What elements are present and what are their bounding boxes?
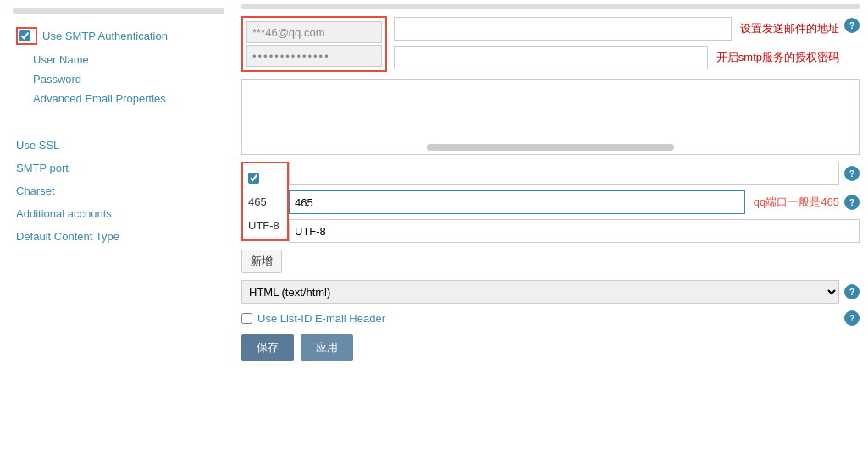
- sidebar-item-use-ssl[interactable]: Use SSL: [13, 134, 224, 157]
- save-button[interactable]: 保存: [241, 334, 294, 361]
- sidebar: Use SMTP Authentication User Name Passwo…: [0, 0, 237, 456]
- list-id-label[interactable]: Use List-ID E-mail Header: [257, 312, 385, 325]
- main-content: 设置发送邮件的地址 开启smtp服务的授权密码 ?: [237, 0, 868, 456]
- username-hint: 设置发送邮件的地址: [740, 21, 839, 36]
- password-full-input[interactable]: [394, 46, 708, 69]
- password-input[interactable]: [246, 45, 382, 67]
- ssl-input[interactable]: [289, 162, 839, 185]
- action-buttons: 保存 应用: [241, 334, 860, 361]
- password-hint: 开启smtp服务的授权密码: [716, 50, 839, 65]
- smtp-port-hint: qq端口一般是465: [754, 195, 839, 210]
- ssl-port-charset-inputs: ? qq端口一般是465 ?: [289, 162, 860, 243]
- sidebar-item-default-content-type[interactable]: Default Content Type: [13, 225, 224, 248]
- sidebar-item-username[interactable]: User Name: [30, 50, 224, 69]
- ssl-port-charset-section: 465 UTF-8 ? qq端口一般是465 ?: [241, 162, 860, 243]
- apply-button[interactable]: 应用: [301, 334, 353, 361]
- textarea-section: [241, 79, 860, 155]
- list-id-row: Use List-ID E-mail Header ?: [241, 310, 860, 326]
- top-divider: [13, 8, 224, 14]
- content-type-row: HTML (text/html) Plain Text (text/plain)…: [241, 280, 860, 304]
- smtp-auth-checkbox[interactable]: [19, 30, 30, 41]
- port-display: 465: [248, 195, 282, 208]
- ssl-checkbox-row: [248, 167, 282, 189]
- charset-full-row: [289, 219, 860, 243]
- main-top-divider: [241, 4, 860, 9]
- content-type-help-icon[interactable]: ?: [844, 284, 860, 299]
- hints-column: 设置发送邮件的地址 开启smtp服务的授权密码: [394, 16, 839, 70]
- email-body-textarea[interactable]: [242, 80, 859, 154]
- add-account-button[interactable]: 新增: [241, 250, 282, 273]
- password-hint-row: 开启smtp服务的授权密码: [394, 45, 839, 70]
- username-hint-row: 设置发送邮件的地址: [394, 16, 839, 41]
- sidebar-item-password[interactable]: Password: [30, 69, 224, 89]
- username-input[interactable]: [246, 21, 382, 43]
- username-full-input[interactable]: [394, 17, 732, 41]
- charset-input[interactable]: [289, 219, 860, 243]
- additional-accounts-row: 新增: [241, 250, 860, 273]
- sidebar-subitems: User Name Password Advanced Email Proper…: [13, 50, 224, 108]
- charset-display: UTF-8: [248, 219, 282, 232]
- smtp-port-help-icon[interactable]: ?: [844, 195, 860, 210]
- sidebar-item-charset[interactable]: Charset: [13, 179, 224, 202]
- sidebar-item-advanced-email[interactable]: Advanced Email Properties: [30, 89, 224, 108]
- smtp-auth-label[interactable]: Use SMTP Authentication: [42, 30, 168, 42]
- list-id-checkbox[interactable]: [241, 313, 252, 324]
- smtp-port-input[interactable]: [289, 190, 745, 214]
- user-pass-help-icon[interactable]: ?: [844, 18, 860, 33]
- content-type-select[interactable]: HTML (text/html) Plain Text (text/plain): [241, 280, 839, 304]
- email-body-textarea-wrap[interactable]: [241, 79, 860, 155]
- ssl-port-charset-group: 465 UTF-8: [241, 162, 289, 241]
- port-value-row: 465: [248, 190, 282, 212]
- user-pass-row: 设置发送邮件的地址 开启smtp服务的授权密码 ?: [241, 16, 860, 72]
- list-id-help-icon[interactable]: ?: [844, 310, 860, 326]
- user-pass-highlight-box: [241, 16, 387, 72]
- ssl-full-row: ?: [289, 162, 860, 185]
- ssl-checkbox[interactable]: [248, 173, 259, 184]
- sidebar-item-smtp-auth[interactable]: Use SMTP Authentication: [13, 22, 224, 50]
- sidebar-item-additional-accounts[interactable]: Additional accounts: [13, 202, 224, 225]
- smtp-port-full-row: qq端口一般是465 ?: [289, 190, 860, 214]
- sidebar-item-smtp-port[interactable]: SMTP port: [13, 157, 224, 179]
- ssl-help-icon[interactable]: ?: [844, 166, 860, 181]
- charset-value-row: UTF-8: [248, 214, 282, 236]
